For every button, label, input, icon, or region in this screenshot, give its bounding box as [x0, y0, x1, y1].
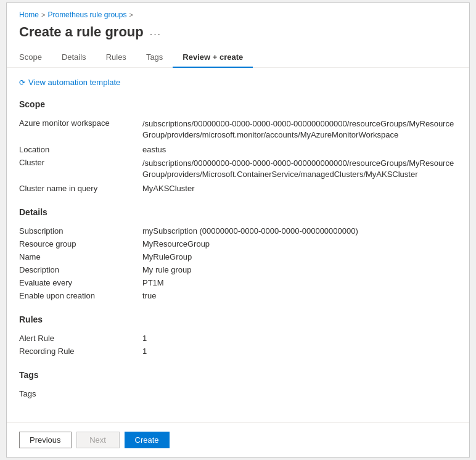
- field-label: Evaluate every: [19, 276, 142, 289]
- automation-icon: ⟳: [19, 78, 25, 87]
- table-row: Description My rule group: [19, 263, 457, 276]
- tab-tags[interactable]: Tags: [136, 47, 173, 68]
- field-label: Alert Rule: [19, 332, 142, 345]
- table-row: Location eastus: [19, 143, 457, 156]
- page-header: Create a rule group ...: [7, 22, 469, 47]
- field-value: MyAKSCluster: [142, 182, 457, 195]
- table-row: Resource group MyResourceGroup: [19, 237, 457, 250]
- field-label: Cluster name in query: [19, 182, 142, 195]
- automation-link-label: View automation template: [28, 78, 120, 87]
- tab-rules[interactable]: Rules: [96, 47, 136, 68]
- field-label: Description: [19, 263, 142, 276]
- field-value: mySubscription (00000000-0000-0000-0000-…: [142, 224, 457, 237]
- table-row: Alert Rule 1: [19, 332, 457, 345]
- scope-table: Azure monitor workspace /subscriptions/0…: [19, 117, 457, 195]
- tab-review-create[interactable]: Review + create: [173, 47, 253, 68]
- rules-table: Alert Rule 1 Recording Rule 1: [19, 332, 457, 358]
- rules-heading: Rules: [19, 314, 457, 324]
- field-value: /subscriptions/00000000-0000-0000-0000-0…: [142, 156, 457, 182]
- more-options-icon[interactable]: ...: [150, 27, 162, 38]
- tab-details[interactable]: Details: [52, 47, 96, 68]
- automation-template-link[interactable]: ⟳ View automation template: [19, 78, 457, 87]
- breadcrumb-prometheus[interactable]: Prometheus rule groups: [47, 10, 126, 19]
- table-row: Enable upon creation true: [19, 289, 457, 302]
- create-button[interactable]: Create: [125, 432, 170, 448]
- tab-scope[interactable]: Scope: [19, 47, 52, 68]
- details-heading: Details: [19, 207, 457, 217]
- field-label: Cluster: [19, 156, 142, 182]
- scope-heading: Scope: [19, 99, 457, 109]
- breadcrumb: Home > Prometheus rule groups >: [7, 3, 469, 22]
- field-label: Subscription: [19, 224, 142, 237]
- field-value: [142, 387, 457, 400]
- field-label: Location: [19, 143, 142, 156]
- previous-button[interactable]: Previous: [19, 432, 72, 448]
- breadcrumb-sep-2: >: [129, 11, 133, 18]
- main-window: Home > Prometheus rule groups > Create a…: [6, 2, 470, 458]
- field-value: PT1M: [142, 276, 457, 289]
- field-label: Tags: [19, 387, 142, 400]
- field-value: 1: [142, 332, 457, 345]
- field-label: Recording Rule: [19, 345, 142, 358]
- tabs-bar: Scope Details Rules Tags Review + create: [7, 47, 469, 68]
- field-value: 1: [142, 345, 457, 358]
- tags-section: Tags Tags: [19, 370, 457, 400]
- table-row: Subscription mySubscription (00000000-00…: [19, 224, 457, 237]
- field-value: MyRuleGroup: [142, 250, 457, 263]
- page-title: Create a rule group: [19, 24, 144, 40]
- field-label: Enable upon creation: [19, 289, 142, 302]
- rules-section: Rules Alert Rule 1 Recording Rule 1: [19, 314, 457, 358]
- content-area: ⟳ View automation template Scope Azure m…: [7, 68, 469, 422]
- field-value: MyResourceGroup: [142, 237, 457, 250]
- breadcrumb-sep-1: >: [41, 11, 45, 18]
- table-row: Name MyRuleGroup: [19, 250, 457, 263]
- field-value: true: [142, 289, 457, 302]
- details-section: Details Subscription mySubscription (000…: [19, 207, 457, 302]
- field-value: /subscriptions/00000000-0000-0000-0000-0…: [142, 117, 457, 142]
- tags-table: Tags: [19, 387, 457, 400]
- field-value: eastus: [142, 143, 457, 156]
- table-row: Cluster name in query MyAKSCluster: [19, 182, 457, 195]
- table-row: Tags: [19, 387, 457, 400]
- breadcrumb-home[interactable]: Home: [19, 10, 39, 19]
- tags-heading: Tags: [19, 370, 457, 380]
- table-row: Recording Rule 1: [19, 345, 457, 358]
- scope-section: Scope Azure monitor workspace /subscript…: [19, 99, 457, 195]
- table-row: Evaluate every PT1M: [19, 276, 457, 289]
- footer: Previous Next Create: [7, 422, 469, 457]
- table-row: Cluster /subscriptions/00000000-0000-000…: [19, 156, 457, 182]
- next-button: Next: [76, 432, 120, 448]
- field-label: Resource group: [19, 237, 142, 250]
- field-label: Name: [19, 250, 142, 263]
- details-table: Subscription mySubscription (00000000-00…: [19, 224, 457, 302]
- field-label: Azure monitor workspace: [19, 117, 142, 142]
- field-value: My rule group: [142, 263, 457, 276]
- table-row: Azure monitor workspace /subscriptions/0…: [19, 117, 457, 142]
